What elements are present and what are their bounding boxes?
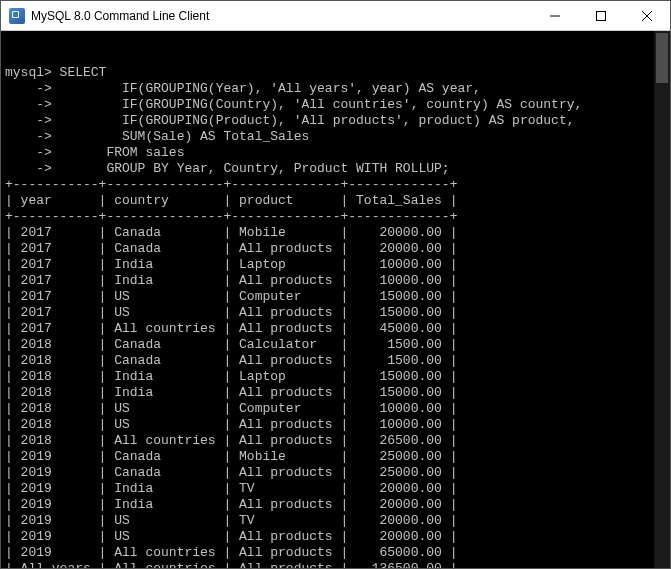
close-button[interactable] [624, 1, 670, 30]
terminal-line: | 2017 | All countries | All products | … [5, 321, 670, 337]
terminal-line: | 2018 | US | All products | 10000.00 | [5, 417, 670, 433]
minimize-button[interactable] [532, 1, 578, 30]
terminal-line: | 2017 | India | All products | 10000.00… [5, 273, 670, 289]
window-titlebar: MySQL 8.0 Command Line Client [1, 1, 670, 31]
window-controls [532, 1, 670, 30]
scrollbar-thumb[interactable] [656, 33, 668, 83]
maximize-button[interactable] [578, 1, 624, 30]
terminal-line: | 2018 | Canada | Calculator | 1500.00 | [5, 337, 670, 353]
terminal-line: -> FROM sales [5, 145, 670, 161]
terminal-line: mysql> SELECT [5, 65, 670, 81]
terminal-line: | 2017 | US | Computer | 15000.00 | [5, 289, 670, 305]
terminal-line: -> IF(GROUPING(Year), 'All years', year)… [5, 81, 670, 97]
terminal-line: | 2019 | India | TV | 20000.00 | [5, 481, 670, 497]
terminal-output[interactable]: mysql> SELECT -> IF(GROUPING(Year), 'All… [1, 31, 670, 568]
terminal-line: | year | country | product | Total_Sales… [5, 193, 670, 209]
terminal-line: -> IF(GROUPING(Product), 'All products',… [5, 113, 670, 129]
vertical-scrollbar[interactable] [654, 31, 670, 568]
terminal-line: | 2019 | Canada | All products | 25000.0… [5, 465, 670, 481]
terminal-line: | 2019 | US | All products | 20000.00 | [5, 529, 670, 545]
terminal-line: | All years | All countries | All produc… [5, 561, 670, 568]
terminal-line: | 2017 | Canada | All products | 20000.0… [5, 241, 670, 257]
svg-rect-1 [597, 11, 606, 20]
terminal-line: | 2019 | US | TV | 20000.00 | [5, 513, 670, 529]
terminal-line: -> SUM(Sale) AS Total_Sales [5, 129, 670, 145]
terminal-line: | 2017 | US | All products | 15000.00 | [5, 305, 670, 321]
terminal-line: | 2019 | Canada | Mobile | 25000.00 | [5, 449, 670, 465]
terminal-line: | 2017 | Canada | Mobile | 20000.00 | [5, 225, 670, 241]
terminal-line: -> IF(GROUPING(Country), 'All countries'… [5, 97, 670, 113]
terminal-line: | 2018 | All countries | All products | … [5, 433, 670, 449]
terminal-line: | 2018 | India | Laptop | 15000.00 | [5, 369, 670, 385]
terminal-line: +-----------+---------------+-----------… [5, 209, 670, 225]
terminal-line: -> GROUP BY Year, Country, Product WITH … [5, 161, 670, 177]
app-icon [9, 8, 25, 24]
terminal-line: | 2018 | Canada | All products | 1500.00… [5, 353, 670, 369]
terminal-line: | 2018 | India | All products | 15000.00… [5, 385, 670, 401]
terminal-line: +-----------+---------------+-----------… [5, 177, 670, 193]
terminal-line: | 2017 | India | Laptop | 10000.00 | [5, 257, 670, 273]
terminal-line: | 2019 | All countries | All products | … [5, 545, 670, 561]
window-title: MySQL 8.0 Command Line Client [31, 9, 532, 23]
terminal-line: | 2019 | India | All products | 20000.00… [5, 497, 670, 513]
terminal-line: | 2018 | US | Computer | 10000.00 | [5, 401, 670, 417]
